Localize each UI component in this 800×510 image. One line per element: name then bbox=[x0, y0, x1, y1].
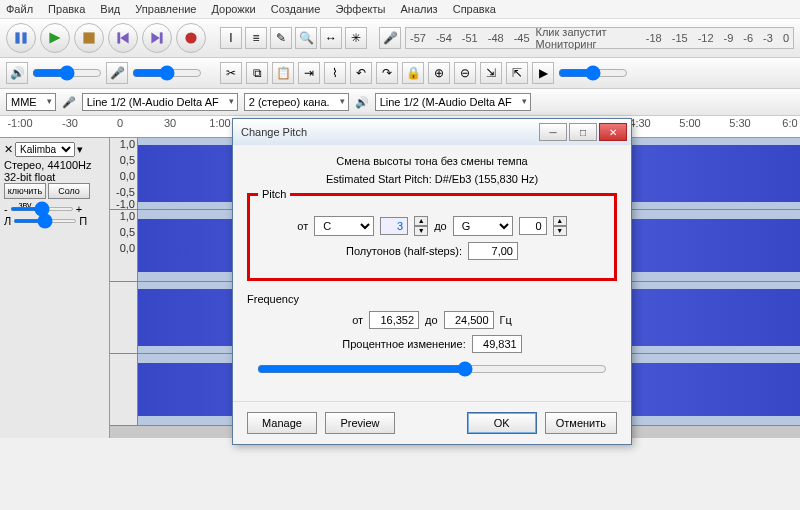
amplitude-scale-2: 1,0 0,5 0,0 bbox=[110, 210, 138, 281]
svg-rect-4 bbox=[117, 32, 120, 43]
multi-tool-icon[interactable]: ✳ bbox=[345, 27, 367, 49]
input-device-combo[interactable]: Line 1/2 (M-Audio Delta AF bbox=[82, 93, 238, 111]
track-format-info: Стерео, 44100Hz bbox=[4, 159, 105, 171]
cut-icon[interactable]: ✂ bbox=[220, 62, 242, 84]
svg-marker-6 bbox=[151, 32, 159, 43]
speaker-icon[interactable]: 🔊 bbox=[6, 62, 28, 84]
recording-meter[interactable]: -57-54-51-48-45 Клик запустит Мониторинг… bbox=[405, 27, 794, 49]
track-menu-icon[interactable]: ▾ bbox=[77, 143, 83, 156]
svg-rect-1 bbox=[22, 32, 26, 43]
minimize-icon[interactable]: ─ bbox=[539, 123, 567, 141]
from-oct-down[interactable]: ▼ bbox=[414, 226, 428, 236]
menu-view[interactable]: Вид bbox=[100, 3, 120, 15]
track-name-dropdown[interactable]: Kalimba bbox=[15, 142, 75, 157]
trim-icon[interactable]: ⇥ bbox=[298, 62, 320, 84]
input-channels-combo[interactable]: 2 (стерео) кана. bbox=[244, 93, 349, 111]
from-oct-up[interactable]: ▲ bbox=[414, 216, 428, 226]
svg-rect-0 bbox=[15, 32, 19, 43]
to-oct-up[interactable]: ▲ bbox=[553, 216, 567, 226]
mute-button[interactable]: ключить зву bbox=[4, 183, 46, 199]
percent-label: Процентное изменение: bbox=[342, 338, 465, 350]
mic-device-icon: 🎤 bbox=[62, 96, 76, 109]
fit-selection-icon[interactable]: ⇲ bbox=[480, 62, 502, 84]
zoom-tool-icon[interactable]: 🔍 bbox=[295, 27, 317, 49]
ok-button[interactable]: OK bbox=[467, 412, 537, 434]
meter-click-text: Клик запустит Мониторинг bbox=[536, 26, 640, 50]
silence-icon[interactable]: ⌇ bbox=[324, 62, 346, 84]
preview-button[interactable]: Preview bbox=[325, 412, 395, 434]
audio-host-combo[interactable]: MME bbox=[6, 93, 56, 111]
input-volume-slider[interactable] bbox=[132, 65, 202, 81]
pitch-legend: Pitch bbox=[258, 188, 290, 200]
playback-speed-slider[interactable] bbox=[558, 65, 628, 81]
from-note-select[interactable]: C bbox=[314, 216, 374, 236]
menu-analyze[interactable]: Анализ bbox=[400, 3, 437, 15]
timeshift-tool-icon[interactable]: ↔ bbox=[320, 27, 342, 49]
mic-slider-icon[interactable]: 🎤 bbox=[106, 62, 128, 84]
meter-ticks-right: -18-15-12-9-6-30 bbox=[646, 32, 789, 44]
halfsteps-label: Полутонов (half-steps): bbox=[346, 245, 462, 257]
mic-icon[interactable]: 🎤 bbox=[379, 27, 401, 49]
from-octave-input[interactable] bbox=[380, 217, 408, 235]
redo-icon[interactable]: ↷ bbox=[376, 62, 398, 84]
menu-generate[interactable]: Создание bbox=[271, 3, 321, 15]
pause-button[interactable] bbox=[6, 23, 36, 53]
svg-marker-5 bbox=[120, 32, 128, 43]
zoom-in-icon[interactable]: ⊕ bbox=[428, 62, 450, 84]
transport-toolbar: I ≡ ✎ 🔍 ↔ ✳ 🎤 -57-54-51-48-45 Клик запус… bbox=[0, 19, 800, 58]
to-note-select[interactable]: G bbox=[453, 216, 513, 236]
zoom-out-icon[interactable]: ⊖ bbox=[454, 62, 476, 84]
solo-button[interactable]: Соло bbox=[48, 183, 90, 199]
skip-end-button[interactable] bbox=[142, 23, 172, 53]
halfsteps-input[interactable] bbox=[468, 242, 518, 260]
close-icon[interactable]: ✕ bbox=[599, 123, 627, 141]
record-button[interactable] bbox=[176, 23, 206, 53]
manage-button[interactable]: Manage bbox=[247, 412, 317, 434]
svg-rect-7 bbox=[160, 32, 163, 43]
draw-tool-icon[interactable]: ✎ bbox=[270, 27, 292, 49]
percent-input[interactable] bbox=[472, 335, 522, 353]
fit-project-icon[interactable]: ⇱ bbox=[506, 62, 528, 84]
selection-tool-icon[interactable]: I bbox=[220, 27, 242, 49]
output-volume-slider[interactable] bbox=[32, 65, 102, 81]
track-close-icon[interactable]: ✕ bbox=[4, 143, 13, 156]
menu-effects[interactable]: Эффекты bbox=[335, 3, 385, 15]
play-button[interactable] bbox=[40, 23, 70, 53]
menu-edit[interactable]: Правка bbox=[48, 3, 85, 15]
menu-file[interactable]: Файл bbox=[6, 3, 33, 15]
tool-palette: I ≡ ✎ 🔍 ↔ ✳ bbox=[220, 27, 367, 49]
gain-slider[interactable] bbox=[10, 207, 74, 211]
hz-label: Гц bbox=[500, 314, 512, 326]
svg-point-8 bbox=[185, 32, 196, 43]
freq-from-input[interactable] bbox=[369, 311, 419, 329]
maximize-icon[interactable]: □ bbox=[569, 123, 597, 141]
play-at-speed-icon[interactable]: ▶ bbox=[532, 62, 554, 84]
meter-ticks-left: -57-54-51-48-45 bbox=[410, 32, 530, 44]
sync-lock-icon[interactable]: 🔒 bbox=[402, 62, 424, 84]
menu-tracks[interactable]: Дорожки bbox=[212, 3, 256, 15]
copy-icon[interactable]: ⧉ bbox=[246, 62, 268, 84]
output-device-combo[interactable]: Line 1/2 (M-Audio Delta AF bbox=[375, 93, 531, 111]
percent-slider[interactable] bbox=[257, 361, 607, 377]
from-label: от bbox=[297, 220, 308, 232]
skip-start-button[interactable] bbox=[108, 23, 138, 53]
cancel-button[interactable]: Отменить bbox=[545, 412, 617, 434]
to-octave-input[interactable] bbox=[519, 217, 547, 235]
estimated-pitch-label: Estimated Start Pitch: D#/Eb3 (155,830 H… bbox=[247, 173, 617, 185]
menu-help[interactable]: Справка bbox=[453, 3, 496, 15]
undo-icon[interactable]: ↶ bbox=[350, 62, 372, 84]
dialog-headline: Смена высоты тона без смены темпа bbox=[247, 155, 617, 167]
track-bitdepth-info: 32-bit float bbox=[4, 171, 105, 183]
envelope-tool-icon[interactable]: ≡ bbox=[245, 27, 267, 49]
stop-button[interactable] bbox=[74, 23, 104, 53]
paste-icon[interactable]: 📋 bbox=[272, 62, 294, 84]
to-oct-down[interactable]: ▼ bbox=[553, 226, 567, 236]
menu-transport[interactable]: Управление bbox=[135, 3, 196, 15]
change-pitch-dialog: Change Pitch ─ □ ✕ Смена высоты тона без… bbox=[232, 118, 632, 445]
freq-to-label: до bbox=[425, 314, 438, 326]
dialog-titlebar[interactable]: Change Pitch ─ □ ✕ bbox=[233, 119, 631, 145]
amplitude-scale: 1,0 0,5 0,0 -0,5 -1,0 bbox=[110, 138, 138, 209]
edit-toolbar: 🔊 🎤 ✂ ⧉ 📋 ⇥ ⌇ ↶ ↷ 🔒 ⊕ ⊖ ⇲ ⇱ ▶ bbox=[0, 58, 800, 89]
pan-slider[interactable] bbox=[13, 219, 77, 223]
freq-to-input[interactable] bbox=[444, 311, 494, 329]
